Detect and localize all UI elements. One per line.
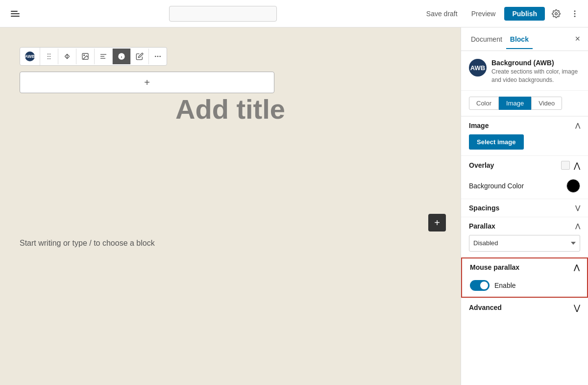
- toggle-row: Enable: [462, 276, 587, 297]
- svg-point-3: [574, 15, 576, 17]
- mouse-parallax-label: Mouse parallax: [470, 263, 519, 271]
- type-tab-video[interactable]: Video: [531, 97, 562, 110]
- drag-handle-button[interactable]: [40, 49, 58, 64]
- image-block-button[interactable]: [76, 49, 95, 64]
- editor-title[interactable]: Add title: [20, 93, 441, 125]
- more-block-options-button[interactable]: [149, 49, 167, 64]
- svg-point-6: [48, 56, 49, 57]
- parallax-label: Parallax: [469, 222, 495, 230]
- spacings-label: Spacings: [469, 204, 499, 212]
- parallax-chevron: ⋀: [575, 223, 580, 230]
- more-options-button[interactable]: [567, 6, 582, 21]
- svg-point-8: [48, 58, 49, 59]
- info-icon: [118, 52, 125, 60]
- sidebar-tabs: Document Block ×: [461, 27, 588, 51]
- mouse-parallax-header[interactable]: Mouse parallax ⋀: [462, 258, 587, 276]
- topbar-center: [24, 6, 421, 22]
- svg-point-5: [49, 53, 50, 54]
- tab-document[interactable]: Document: [467, 29, 506, 49]
- awb-block-icon: AWB: [25, 51, 35, 61]
- block-icon-badge: AWB: [469, 59, 487, 77]
- toggle-thumb: [480, 282, 488, 289]
- arrows-icon: [63, 52, 71, 60]
- svg-point-4: [48, 53, 49, 54]
- block-info-description: Create sections with color, image and vi…: [491, 68, 580, 84]
- mouse-parallax-chevron: ⋀: [574, 263, 579, 271]
- pencil-icon: [136, 52, 144, 60]
- drag-icon: [45, 52, 53, 60]
- svg-point-11: [84, 55, 85, 56]
- advanced-section-header[interactable]: Advanced ⋁: [461, 298, 588, 317]
- main-area: AWB: [0, 27, 588, 385]
- hamburger-menu-button[interactable]: [6, 6, 24, 22]
- enable-toggle[interactable]: [470, 280, 490, 291]
- align-icon: [99, 52, 107, 60]
- type-tab-color[interactable]: Color: [469, 97, 499, 110]
- spacings-chevron: ⋁: [575, 205, 580, 211]
- svg-rect-13: [100, 56, 104, 56]
- align-button[interactable]: [95, 49, 113, 64]
- svg-point-9: [49, 58, 50, 59]
- svg-rect-14: [100, 58, 105, 58]
- background-color-swatch[interactable]: [566, 179, 580, 193]
- select-image-button[interactable]: Select image: [469, 134, 524, 150]
- block-info-title: Background (AWB): [491, 59, 580, 67]
- type-tab-image[interactable]: Image: [499, 97, 531, 110]
- save-draft-button[interactable]: Save draft: [421, 7, 463, 21]
- advanced-chevron: ⋁: [574, 303, 580, 312]
- topbar-left: [6, 6, 24, 22]
- background-color-row: Background Color: [461, 175, 588, 199]
- overlay-checkbox[interactable]: [561, 161, 570, 170]
- spacings-section-header[interactable]: Spacings ⋁: [461, 199, 588, 217]
- enable-label: Enable: [494, 282, 516, 289]
- editor-canvas[interactable]: AWB: [0, 27, 461, 385]
- mouse-parallax-section: Mouse parallax ⋀ Enable: [461, 257, 588, 298]
- topbar: Save draft Preview Publish: [0, 0, 588, 27]
- hamburger-icon: [9, 9, 22, 19]
- sidebar: Document Block × AWB Background (AWB) Cr…: [461, 27, 588, 385]
- svg-point-7: [49, 56, 50, 57]
- svg-point-18: [159, 56, 161, 57]
- edit-button[interactable]: [131, 49, 149, 64]
- svg-point-2: [574, 13, 576, 14]
- image-section-content: Select image: [461, 134, 588, 155]
- svg-point-16: [155, 56, 156, 57]
- parallax-section-content: Disabled Scroll Fixed Mouse: [461, 235, 588, 257]
- publish-button[interactable]: Publish: [504, 7, 545, 21]
- svg-point-1: [574, 10, 576, 12]
- dots-horizontal-icon: [154, 52, 162, 60]
- image-section-header[interactable]: Image ⋀: [461, 117, 588, 134]
- svg-point-0: [555, 12, 558, 15]
- add-block-button[interactable]: +: [20, 72, 274, 93]
- close-sidebar-button[interactable]: ×: [573, 32, 582, 46]
- block-info-text: Background (AWB) Create sections with co…: [491, 59, 580, 84]
- settings-button[interactable]: [549, 6, 564, 21]
- tab-block[interactable]: Block: [506, 29, 533, 49]
- move-up-down-button[interactable]: [58, 49, 76, 64]
- type-tabs: Color Image Video: [461, 91, 588, 116]
- helper-text: Start writing or type / to choose a bloc…: [20, 239, 155, 248]
- overlay-label: Overlay: [469, 161, 494, 169]
- overlay-row: Overlay ⋀: [461, 156, 588, 175]
- parallax-section-header[interactable]: Parallax ⋀: [461, 217, 588, 235]
- image-icon: [81, 52, 89, 60]
- svg-rect-12: [100, 54, 106, 54]
- floating-add-button[interactable]: +: [428, 214, 446, 231]
- topbar-right: Save draft Preview Publish: [421, 6, 582, 21]
- image-section-chevron: ⋀: [575, 122, 580, 129]
- block-toolbar: AWB: [20, 47, 167, 66]
- gear-icon: [552, 9, 561, 18]
- overlay-chevron: ⋀: [574, 161, 580, 170]
- background-color-label: Background Color: [469, 182, 524, 190]
- add-block-plus-icon: +: [144, 77, 150, 88]
- svg-point-17: [157, 56, 159, 57]
- ellipsis-icon: [570, 9, 579, 18]
- parallax-dropdown[interactable]: Disabled Scroll Fixed Mouse: [469, 235, 580, 252]
- search-input[interactable]: [169, 6, 277, 22]
- image-section-label: Image: [469, 122, 489, 129]
- block-info: AWB Background (AWB) Create sections wit…: [461, 51, 588, 91]
- advanced-label: Advanced: [469, 304, 502, 311]
- preview-button[interactable]: Preview: [466, 7, 501, 21]
- block-icon-button[interactable]: AWB: [20, 48, 40, 65]
- info-button[interactable]: [113, 49, 131, 64]
